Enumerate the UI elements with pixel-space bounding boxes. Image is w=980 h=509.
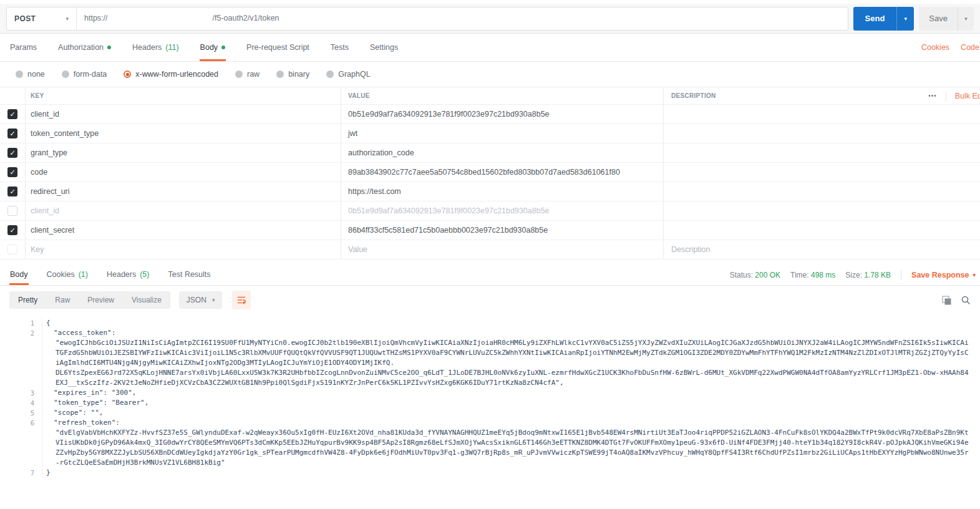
chevron-down-icon: ▾: [905, 16, 908, 22]
line-number: 1: [0, 318, 42, 328]
url-input[interactable]: https:///f5-oauth2/v1/token: [77, 12, 848, 25]
redacted-host: [108, 12, 213, 25]
bulk-edit-link[interactable]: Bulk Edit: [955, 92, 980, 100]
param-key-cell[interactable]: client_id: [25, 201, 341, 220]
save-button[interactable]: Save ▾: [919, 7, 974, 31]
copy-icon[interactable]: [941, 295, 952, 306]
code-line: 6 "refresh_token": "dvElgVabVbHchKXFYZz-…: [0, 418, 980, 468]
param-value-cell[interactable]: https://test.com: [341, 182, 663, 201]
url-container: POST ▾ https:///f5-oauth2/v1/token: [6, 7, 848, 31]
tab-params[interactable]: Params: [9, 34, 37, 61]
code-line: 4 "token_type": "Bearer",: [0, 398, 980, 408]
param-value-cell[interactable]: jwt: [341, 124, 663, 143]
description-column-header: DESCRIPTION: [671, 92, 716, 99]
url-scheme: https://: [84, 14, 108, 22]
param-key-cell[interactable]: code: [25, 163, 341, 182]
language-dropdown[interactable]: JSON ▾: [179, 291, 223, 309]
body-mode-raw[interactable]: raw: [235, 70, 260, 79]
param-description-cell[interactable]: [663, 163, 980, 182]
param-description-cell[interactable]: [663, 105, 980, 124]
search-icon[interactable]: [961, 295, 971, 305]
line-number: 2: [0, 328, 42, 388]
method-dropdown[interactable]: POST ▾: [7, 7, 77, 30]
param-key-cell[interactable]: redirect_uri: [25, 182, 341, 201]
tab-body[interactable]: Body: [200, 34, 226, 61]
body-mode-binary[interactable]: binary: [276, 70, 309, 79]
view-pretty[interactable]: Pretty: [9, 291, 46, 309]
param-description-cell[interactable]: [663, 201, 980, 220]
response-tab-body[interactable]: Body: [9, 264, 29, 285]
time-badge: Time: 498 ms: [790, 271, 835, 279]
request-tabs: Params Authorization Headers(11) Body Pr…: [0, 34, 980, 62]
row-checkbox[interactable]: ✓: [7, 109, 17, 119]
line-number: 5: [0, 408, 42, 418]
param-value-cell[interactable]: 86b4ff33cf5c581ed71c5b0aebbb0023e97c21bd…: [341, 221, 663, 240]
response-tabs: Body Cookies(1) Headers(5) Test Results …: [0, 264, 980, 286]
body-mode-x-www-form-urlencoded[interactable]: x-www-form-urlencoded: [124, 70, 218, 79]
send-button[interactable]: Send ▾: [853, 7, 915, 31]
code-text: "scope": "",: [42, 408, 980, 418]
cookies-link[interactable]: Cookies: [921, 43, 949, 52]
row-checkbox[interactable]: [7, 245, 17, 254]
param-value-cell[interactable]: 0b51e9d9af7a634092913e781f9f0023e97c21bd…: [341, 105, 663, 124]
code-line: 7 }: [0, 468, 980, 478]
view-visualize[interactable]: Visualize: [123, 291, 170, 309]
response-tab-test-results[interactable]: Test Results: [167, 264, 211, 285]
url-path: /f5-oauth2/v1/token: [213, 14, 279, 22]
line-number: 7: [0, 468, 42, 478]
body-mode-selector: none form-data x-www-form-urlencoded raw…: [0, 62, 980, 87]
code-text: "refresh_token": "dvElgVabVbHchKXFYZz-Hv…: [42, 418, 980, 468]
param-value-cell[interactable]: authorization_code: [341, 143, 663, 162]
send-options-caret[interactable]: ▾: [896, 7, 914, 31]
table-row: ✓ redirect_uri https://test.com: [0, 182, 980, 201]
row-checkbox[interactable]: ✓: [7, 167, 17, 177]
row-checkbox[interactable]: ✓: [7, 187, 17, 196]
tab-authorization[interactable]: Authorization: [57, 34, 112, 61]
param-key-cell[interactable]: grant_type: [25, 143, 341, 162]
row-checkbox[interactable]: [7, 206, 17, 216]
response-tab-headers[interactable]: Headers(5): [106, 264, 150, 285]
body-mode-none[interactable]: none: [16, 70, 45, 79]
param-value-cell[interactable]: 89ab3843902c77c7aee5a50754c8bed15602bfed…: [341, 163, 663, 182]
save-response-button[interactable]: Save Response▾: [911, 271, 976, 279]
response-actions: [941, 295, 971, 306]
response-view-switcher: Pretty Raw Preview Visualize: [9, 291, 170, 309]
tab-settings[interactable]: Settings: [369, 34, 399, 61]
tab-pre-request-script[interactable]: Pre-request Script: [246, 34, 310, 61]
param-value-cell[interactable]: 0b51e9d9af7a634092913e781f9f0023e97c21bd…: [341, 201, 663, 220]
row-checkbox[interactable]: ✓: [7, 225, 17, 235]
response-tab-cookies[interactable]: Cookies(1): [46, 264, 89, 285]
body-mode-graphql[interactable]: GraphQL: [326, 70, 370, 79]
view-preview[interactable]: Preview: [79, 291, 123, 309]
param-description-cell[interactable]: [663, 124, 980, 143]
param-key-cell[interactable]: client_id: [25, 105, 341, 124]
code-link[interactable]: Code: [961, 43, 979, 52]
radio-selected-icon: [124, 70, 131, 78]
more-options-icon[interactable]: •••: [928, 92, 937, 99]
tab-tests[interactable]: Tests: [330, 34, 349, 61]
param-description-cell[interactable]: [663, 182, 980, 201]
param-description-cell[interactable]: [663, 221, 980, 240]
row-checkbox[interactable]: ✓: [7, 148, 17, 158]
param-key-cell[interactable]: client_secret: [25, 221, 341, 240]
wrap-text-button[interactable]: [232, 291, 251, 309]
param-key-cell[interactable]: token_content_type: [25, 124, 341, 143]
row-checkbox[interactable]: ✓: [7, 128, 17, 138]
code-text: }: [42, 468, 980, 478]
method-label: POST: [14, 14, 36, 23]
code-text: {: [42, 318, 980, 328]
body-mode-form-data[interactable]: form-data: [62, 70, 107, 79]
line-number: 6: [0, 418, 42, 468]
param-value-input[interactable]: Value: [341, 240, 663, 259]
param-key-input[interactable]: Key: [25, 240, 341, 259]
param-description-cell[interactable]: [663, 143, 980, 162]
param-description-input[interactable]: Description: [663, 240, 980, 259]
tab-headers[interactable]: Headers(11): [132, 34, 180, 61]
chevron-down-icon: ▾: [973, 272, 976, 278]
save-label: Save: [919, 7, 958, 31]
save-options-caret[interactable]: ▾: [958, 7, 974, 31]
check-icon: ✓: [9, 169, 15, 176]
request-links: Cookies Code: [921, 34, 979, 61]
wrap-text-icon: [236, 295, 246, 305]
view-raw[interactable]: Raw: [46, 291, 79, 309]
